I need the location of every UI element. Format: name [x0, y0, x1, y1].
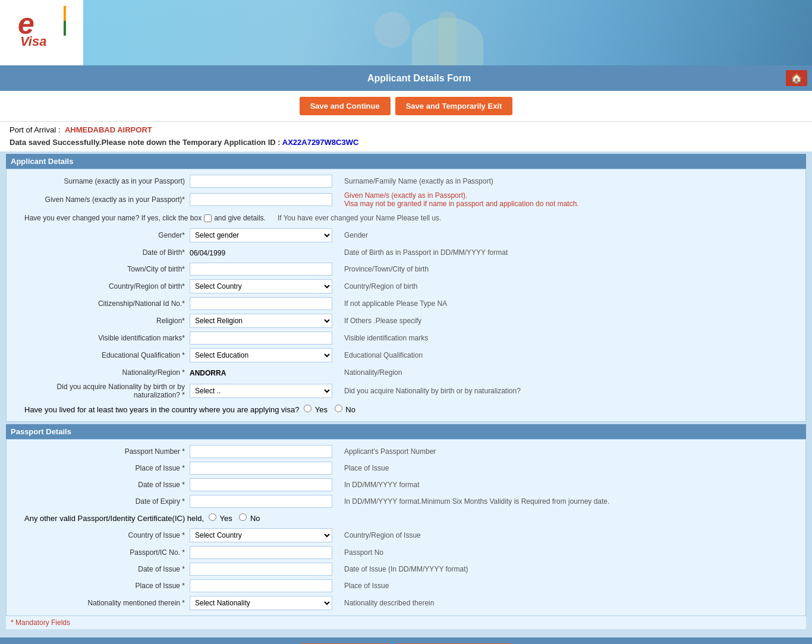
- name-change-label: Have you ever changed your name? If yes,…: [24, 214, 202, 222]
- passport-no-label: Passport Number *: [11, 447, 190, 456]
- nationality-therein-row: Nationality mentioned therein * Select N…: [7, 594, 805, 612]
- two-years-yes-label[interactable]: Yes: [304, 405, 329, 414]
- citizenship-input[interactable]: [190, 297, 332, 310]
- religion-select[interactable]: Select Religion Hindu Muslim Christian B…: [190, 314, 332, 328]
- top-save-exit-button[interactable]: Save and Temporarily Exit: [395, 97, 513, 115]
- nationality-therein-hint: Nationality described therein: [332, 599, 801, 607]
- place-issue2-hint: Place of Issue: [332, 582, 801, 590]
- success-message: Data saved Successfully.Please note down…: [0, 135, 812, 151]
- place-issue2-input[interactable]: [190, 579, 332, 592]
- date-issue-input[interactable]: [190, 478, 332, 491]
- other-passport-label: Any other valid Passport/Identity Certif…: [24, 514, 204, 523]
- visible-marks-input[interactable]: [190, 332, 332, 345]
- dob-label: Date of Birth*: [11, 248, 190, 257]
- date-expiry-row: Date of Expiry * In DD/MM/YYYY format.Mi…: [7, 493, 805, 510]
- nationality-therein-select-wrapper: Select Nationality: [190, 596, 332, 610]
- visible-marks-hint: Visible identification marks: [332, 334, 801, 342]
- footer-buttons-bar: Save and Continue Save and Temporarily E…: [0, 637, 812, 644]
- religion-select-wrapper: Select Religion Hindu Muslim Christian B…: [190, 314, 332, 328]
- main-content: Applicant Details Surname (exactly as in…: [0, 154, 812, 635]
- citizenship-row: Citizenship/National Id No.* If not appl…: [7, 295, 805, 312]
- home-button[interactable]: 🏠: [786, 70, 807, 86]
- date-expiry-input[interactable]: [190, 495, 332, 508]
- given-name-hint-2: Visa may not be granted if name in passp…: [344, 200, 579, 208]
- passport-ic-hint: Passport No: [332, 548, 801, 557]
- top-save-continue-button[interactable]: Save and Continue: [300, 97, 391, 115]
- given-name-input-wrapper: [190, 193, 332, 206]
- success-text: Data saved Successfully.Please note down…: [10, 138, 281, 147]
- place-issue-input[interactable]: [190, 462, 332, 475]
- other-passport-no-label[interactable]: No: [239, 514, 260, 523]
- date-expiry-label: Date of Expiry *: [11, 497, 190, 506]
- passport-ic-label: Passport/IC No. *: [11, 548, 190, 557]
- two-years-radio-group: Yes No: [304, 405, 355, 414]
- two-years-yes-text: Yes: [315, 405, 328, 414]
- dob-value-wrapper: 06/04/1999: [190, 248, 332, 257]
- country-birth-row: Country/Region of birth* Select Country …: [7, 277, 805, 295]
- place-issue-label: Place of Issue *: [11, 464, 190, 472]
- mandatory-note: * Mandatory Fields: [6, 616, 806, 629]
- town-input[interactable]: [190, 263, 332, 276]
- gender-select[interactable]: Select gender Male Female Transgender: [190, 228, 332, 242]
- surname-hint: Surname/Family Name (exactly as in Passp…: [332, 177, 801, 185]
- country-birth-select[interactable]: Select Country: [190, 279, 332, 293]
- passport-no-hint: Applicant's Passport Number: [332, 447, 801, 456]
- town-row: Town/City of birth* Province/Town/City o…: [7, 261, 805, 277]
- passport-no-input[interactable]: [190, 445, 332, 458]
- surname-label: Surname (exactly as in your Passport): [11, 177, 190, 185]
- other-passport-no-radio[interactable]: [239, 513, 247, 521]
- town-label: Town/City of birth*: [11, 265, 190, 273]
- date-issue2-input[interactable]: [190, 563, 332, 576]
- top-buttons-bar: Save and Continue Save and Temporarily E…: [0, 91, 812, 122]
- gender-label: Gender*: [11, 231, 190, 239]
- surname-input[interactable]: [190, 175, 332, 188]
- citizenship-input-wrapper: [190, 297, 332, 310]
- given-name-label: Given Name/s (exactly as in your Passpor…: [11, 195, 190, 204]
- citizenship-label: Citizenship/National Id No.*: [11, 299, 190, 308]
- two-years-no-label[interactable]: No: [335, 405, 355, 414]
- citizenship-hint: If not applicable Please Type NA: [332, 299, 801, 308]
- given-name-input[interactable]: [190, 193, 332, 206]
- port-of-arrival: Port of Arrival : AHMEDABAD AIRPORT: [0, 122, 812, 135]
- date-issue2-row: Date of Issue * Date of Issue (In DD/MM/…: [7, 561, 805, 577]
- given-name-hint: Given Name/s (exactly as in Passport). V…: [332, 191, 801, 208]
- place-issue-row: Place of Issue * Place of Issue: [7, 460, 805, 476]
- education-row: Educational Qualification * Select Educa…: [7, 346, 805, 364]
- port-value: AHMEDABAD AIRPORT: [65, 125, 152, 134]
- other-passport-yes-radio[interactable]: [209, 513, 216, 521]
- nationality-therein-select[interactable]: Select Nationality: [190, 596, 332, 610]
- visible-marks-row: Visible identification marks* Visible id…: [7, 330, 805, 346]
- other-passport-yes-label[interactable]: Yes: [209, 514, 234, 523]
- nationality-value: ANDORRA: [190, 369, 226, 377]
- application-id: AX22A7297W8C3WC: [282, 138, 359, 147]
- country-birth-select-wrapper: Select Country: [190, 279, 332, 293]
- passport-ic-input-wrapper: [190, 546, 332, 559]
- education-select[interactable]: Select Education Below Matric Matric Hig…: [190, 348, 332, 362]
- passport-ic-input[interactable]: [190, 546, 332, 559]
- passport-ic-row: Passport/IC No. * Passport No: [7, 544, 805, 561]
- two-years-no-radio[interactable]: [335, 405, 342, 412]
- logo-area: e Visa: [0, 9, 83, 56]
- date-issue2-hint: Date of Issue (In DD/MM/YYYY format): [332, 565, 801, 573]
- other-passport-radio-group: Yes No: [209, 513, 260, 523]
- name-change-checkbox[interactable]: [204, 214, 212, 222]
- date-issue-hint: In DD/MM/YYYY format: [332, 481, 801, 489]
- dob-value: 06/04/1999: [190, 249, 225, 257]
- surname-input-wrapper: [190, 175, 332, 188]
- applicant-details-form: Surname (exactly as in your Passport) Su…: [6, 169, 806, 422]
- country-issue-select[interactable]: Select Country: [190, 528, 332, 542]
- nationality-therein-label: Nationality mentioned therein *: [11, 599, 190, 607]
- name-change-hint: If You have ever changed your Name Pleas…: [266, 214, 801, 222]
- nationality-hint: Nationality/Region: [332, 368, 801, 377]
- education-select-wrapper: Select Education Below Matric Matric Hig…: [190, 348, 332, 362]
- town-hint: Province/Town/City of birth: [332, 265, 801, 273]
- surname-row: Surname (exactly as in your Passport) Su…: [7, 173, 805, 190]
- nationality-label: Nationality/Region *: [11, 368, 190, 377]
- logo-e: e: [18, 7, 34, 40]
- date-expiry-hint: In DD/MM/YYYY format.Minimum Six Months …: [332, 497, 801, 506]
- naturalization-row: Did you acquire Nationality by birth or …: [7, 381, 805, 401]
- naturalization-select[interactable]: Select .. By Birth By Naturalization: [190, 384, 332, 398]
- education-label: Educational Qualification *: [11, 351, 190, 359]
- two-years-yes-radio[interactable]: [304, 405, 311, 412]
- title-bar: Applicant Details Form 🏠: [0, 65, 812, 91]
